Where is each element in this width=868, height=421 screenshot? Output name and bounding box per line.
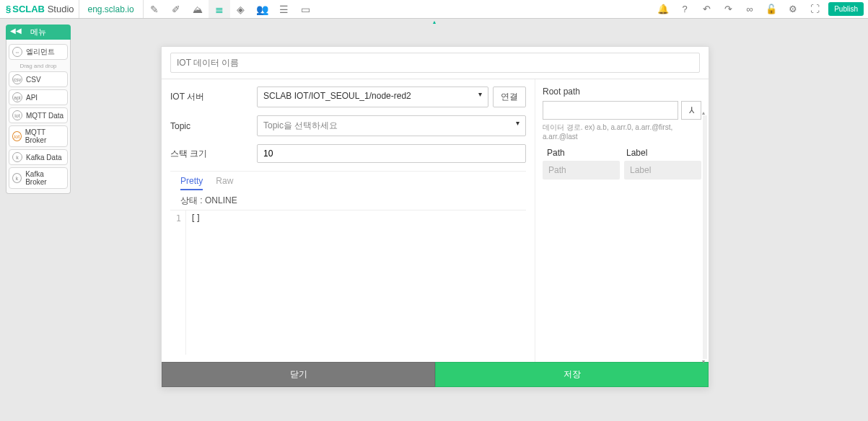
code-preview: 1 [] <box>170 211 526 355</box>
status-value: ONLINE <box>205 195 237 205</box>
save-button[interactable]: 저장 <box>435 362 709 387</box>
topic-label: Topic <box>170 121 257 131</box>
preview-panel: Pretty Raw 상태 : ONLINE 1 [] <box>170 171 526 355</box>
modal-right-column: Root path ⅄ 데이터 경로. ex) a.b, a.arr.0, a.… <box>535 79 709 362</box>
stack-label: 스택 크기 <box>170 148 257 160</box>
iot-data-modal: IOT 서버 SCLAB IOT/IOT_SEOUL_1/node-red2 연… <box>161 46 709 388</box>
code-content: [] <box>186 211 201 355</box>
connection-status: 상태 : ONLINE <box>170 192 526 211</box>
topic-select[interactable]: Topic을 선택하세요 <box>257 115 526 136</box>
rootpath-label: Root path <box>543 87 701 97</box>
modal-left-column: IOT 서버 SCLAB IOT/IOT_SEOUL_1/node-red2 연… <box>162 79 535 362</box>
iot-name-input[interactable] <box>170 53 700 73</box>
server-select[interactable]: SCLAB IOT/IOT_SEOUL_1/node-red2 <box>257 87 488 107</box>
connect-button[interactable]: 연결 <box>493 87 526 107</box>
path-label-row: Path Label <box>543 161 701 180</box>
modal-body: IOT 서버 SCLAB IOT/IOT_SEOUL_1/node-red2 연… <box>162 79 709 362</box>
path-label-header: Path Label <box>543 145 701 161</box>
path-header: Path <box>543 148 622 158</box>
code-gutter: 1 <box>170 211 186 355</box>
close-button[interactable]: 닫기 <box>162 362 435 387</box>
label-cell[interactable]: Label <box>624 161 701 180</box>
tab-raw[interactable]: Raw <box>216 176 233 190</box>
rootpath-pick-button[interactable]: ⅄ <box>681 101 701 120</box>
tab-pretty[interactable]: Pretty <box>180 176 203 190</box>
rootpath-input[interactable] <box>543 101 678 120</box>
server-label: IOT 서버 <box>170 91 257 103</box>
path-cell[interactable]: Path <box>543 161 620 180</box>
label-header: Label <box>622 148 701 158</box>
right-scrollbar[interactable] <box>703 115 707 359</box>
modal-overlay: IOT 서버 SCLAB IOT/IOT_SEOUL_1/node-red2 연… <box>0 0 868 421</box>
modal-header <box>162 47 709 79</box>
modal-footer: 닫기 저장 <box>162 362 709 387</box>
rootpath-hint: 데이터 경로. ex) a.b, a.arr.0, a.arr.@first, … <box>543 123 701 141</box>
stack-size-input[interactable] <box>257 144 526 163</box>
